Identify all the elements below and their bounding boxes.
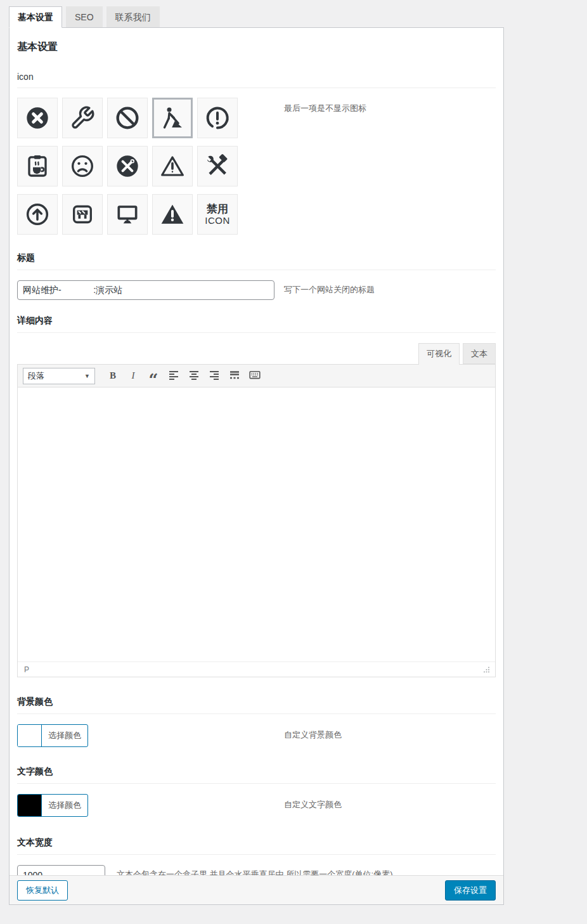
icon-grid: 禁用 ICON	[17, 98, 238, 235]
icon-option-alert-circle[interactable]	[197, 98, 238, 138]
paragraph-format-select[interactable]: 段落 ▼	[23, 368, 95, 384]
title-hint: 写下一个网站关闭的标题	[284, 284, 375, 296]
panel-footer: 恢复默认 保存设置	[10, 875, 503, 904]
no-icon-label: 禁用 ICON	[205, 203, 230, 226]
editor-statusbar: P	[18, 661, 495, 677]
page-title: 基本设置	[17, 41, 496, 54]
icon-option-warning-filled[interactable]	[152, 194, 193, 235]
rich-text-editor: 可视化 文本 段落 ▼ B I “	[17, 343, 496, 677]
icon-option-barrier[interactable]	[62, 194, 103, 235]
icon-option-wrench[interactable]	[62, 98, 103, 138]
background-color-section-label: 背景颜色	[17, 696, 496, 708]
tab-basic-settings[interactable]: 基本设置	[9, 6, 62, 28]
italic-button[interactable]: I	[124, 368, 142, 384]
divider	[17, 332, 496, 333]
align-left-icon	[167, 368, 180, 383]
text-color-picker-button[interactable]: 选择颜色	[17, 794, 88, 817]
text-color-hint: 自定义文字颜色	[284, 799, 342, 810]
background-color-picker-label: 选择颜色	[42, 725, 87, 746]
clipboard-coffee-icon	[25, 153, 50, 179]
editor-element-path: P	[24, 665, 29, 674]
warning-triangle-outline-icon	[160, 153, 185, 179]
read-more-button[interactable]	[226, 368, 243, 384]
editor-text-tab[interactable]: 文本	[463, 343, 496, 364]
editor-resize-handle[interactable]	[482, 666, 490, 673]
editor-mode-tabs: 可视化 文本	[17, 343, 496, 364]
icon-option-none[interactable]: 禁用 ICON	[197, 194, 238, 235]
save-settings-button[interactable]: 保存设置	[445, 880, 496, 901]
background-color-hint: 自定义背景颜色	[284, 729, 342, 741]
editor-content-area[interactable]	[18, 387, 495, 661]
tab-seo[interactable]: SEO	[66, 6, 103, 27]
bold-button[interactable]: B	[104, 368, 122, 384]
tab-contact-us[interactable]: 联系我们	[106, 6, 160, 27]
barrier-icon	[70, 202, 95, 227]
road-work-icon	[160, 105, 185, 131]
background-color-picker-button[interactable]: 选择颜色	[17, 724, 88, 747]
align-right-icon	[208, 368, 221, 383]
ban-icon	[115, 105, 140, 131]
sad-face-icon	[70, 153, 95, 179]
text-color-picker-label: 选择颜色	[42, 795, 87, 816]
text-width-section-label: 文本宽度	[17, 837, 496, 849]
editor-visual-tab[interactable]: 可视化	[418, 343, 460, 365]
align-center-icon	[188, 368, 200, 383]
circle-x-icon	[25, 105, 50, 131]
icon-option-ban[interactable]	[107, 98, 148, 138]
divider	[17, 88, 496, 88]
settings-tab-bar: 基本设置 SEO 联系我们	[0, 0, 587, 27]
icon-option-sad-face[interactable]	[62, 146, 103, 186]
align-left-button[interactable]	[165, 368, 183, 384]
icon-option-road-work[interactable]	[152, 98, 193, 138]
blockquote-button[interactable]: “	[145, 368, 162, 384]
settings-panel: 基本设置 icon	[9, 27, 504, 905]
icon-option-clipboard-coffee[interactable]	[17, 146, 58, 186]
warning-triangle-filled-icon	[160, 202, 185, 227]
title-section-label: 标题	[17, 252, 496, 264]
text-color-section-label: 文字颜色	[17, 766, 496, 778]
tools-circle-icon	[115, 153, 140, 179]
alert-circle-icon	[205, 105, 230, 131]
icon-option-warning-outline[interactable]	[152, 146, 193, 186]
icon-option-hammer-wrench[interactable]	[197, 146, 238, 186]
wrench-icon	[70, 105, 95, 131]
icon-option-circle-x[interactable]	[17, 98, 58, 138]
align-right-button[interactable]	[205, 368, 223, 384]
icon-section-label: icon	[17, 72, 496, 82]
editor-toolbar: 段落 ▼ B I “	[18, 365, 495, 387]
icon-option-monitor[interactable]	[107, 194, 148, 235]
text-color-swatch	[18, 795, 42, 816]
background-color-swatch	[18, 725, 42, 746]
icon-option-tools-circle[interactable]	[107, 146, 148, 186]
align-center-button[interactable]	[185, 368, 203, 384]
hammer-wrench-icon	[205, 153, 230, 179]
icon-hint: 最后一项是不显示图标	[284, 103, 366, 114]
chevron-down-icon: ▼	[84, 373, 90, 379]
read-more-icon	[228, 368, 241, 383]
site-title-input[interactable]	[17, 280, 274, 300]
content-section-label: 详细内容	[17, 315, 496, 327]
monitor-icon	[115, 202, 140, 227]
restore-defaults-button[interactable]: 恢复默认	[17, 880, 68, 901]
keyboard-shortcuts-button[interactable]	[246, 368, 264, 384]
arrow-up-circle-icon	[25, 202, 50, 227]
icon-option-arrow-up-circle[interactable]	[17, 194, 58, 235]
keyboard-icon	[248, 368, 261, 383]
